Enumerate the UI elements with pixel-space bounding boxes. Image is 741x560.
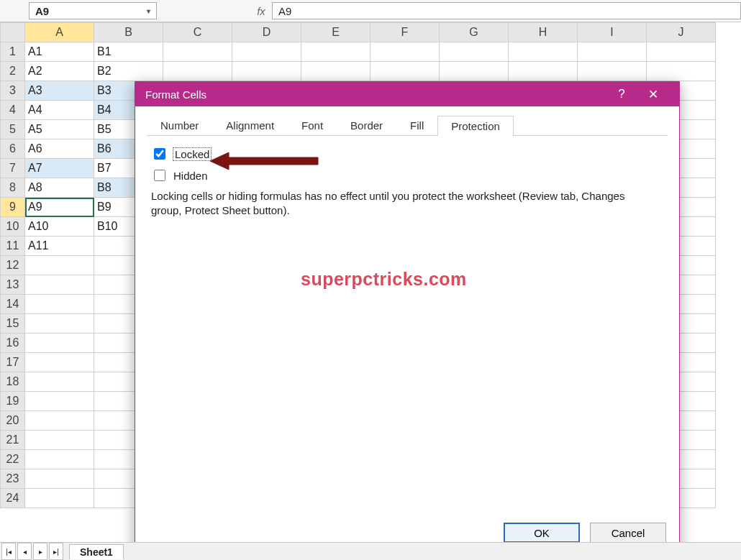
hidden-option[interactable]: Hidden (151, 167, 663, 183)
tab-fill[interactable]: Fill (396, 115, 437, 135)
cell[interactable]: B1 (94, 42, 163, 62)
cell[interactable] (232, 42, 301, 62)
cell[interactable] (440, 62, 509, 81)
sheet-nav-button[interactable]: ▸| (49, 543, 63, 560)
cell[interactable] (25, 256, 94, 275)
formula-input[interactable]: A9 (272, 2, 741, 19)
row-header[interactable]: 21 (1, 431, 25, 450)
cell[interactable] (163, 62, 232, 81)
cell[interactable]: A2 (25, 62, 94, 81)
cell[interactable] (370, 62, 440, 81)
cancel-button[interactable]: Cancel (590, 523, 666, 543)
cell[interactable]: A11 (25, 237, 94, 256)
row-header[interactable]: 5 (1, 120, 25, 139)
cell[interactable] (647, 42, 716, 62)
cell[interactable] (25, 314, 94, 334)
cell[interactable] (25, 450, 94, 469)
column-header-B[interactable]: B (94, 23, 163, 42)
tab-border[interactable]: Border (337, 115, 396, 135)
cell[interactable] (647, 62, 716, 81)
help-button[interactable]: ? (606, 82, 637, 106)
cell[interactable] (25, 275, 94, 295)
row-header[interactable]: 10 (1, 217, 25, 237)
locked-checkbox[interactable] (154, 148, 165, 160)
sheet-tab-active[interactable]: Sheet1 (69, 544, 124, 559)
tab-protection[interactable]: Protection (437, 116, 514, 136)
cell[interactable] (440, 42, 509, 62)
cell[interactable] (25, 431, 94, 450)
hidden-checkbox[interactable] (154, 170, 165, 181)
cell[interactable]: A3 (25, 81, 94, 101)
row-header[interactable]: 24 (1, 489, 25, 508)
row-header[interactable]: 9 (1, 198, 25, 217)
locked-option[interactable]: Locked (151, 146, 663, 162)
fx-icon[interactable]: fx (250, 5, 272, 17)
column-header-C[interactable]: C (163, 23, 232, 42)
row-header[interactable]: 19 (1, 392, 25, 411)
cell[interactable]: A8 (25, 178, 94, 198)
row-header[interactable]: 20 (1, 411, 25, 431)
row-header[interactable]: 18 (1, 372, 25, 392)
dropdown-icon[interactable]: ▾ (147, 7, 150, 15)
column-header-E[interactable]: E (301, 23, 370, 42)
cell[interactable] (509, 62, 578, 81)
cell[interactable] (163, 42, 232, 62)
cell[interactable]: A5 (25, 120, 94, 139)
row-header[interactable]: 11 (1, 237, 25, 256)
row-header[interactable]: 17 (1, 353, 25, 372)
column-header-F[interactable]: F (370, 23, 440, 42)
row-header[interactable]: 14 (1, 295, 25, 314)
cell[interactable] (25, 353, 94, 372)
row-header[interactable]: 13 (1, 275, 25, 295)
sheet-nav-button[interactable]: ▸ (33, 543, 47, 560)
row-header[interactable]: 2 (1, 62, 25, 81)
sheet-nav-button[interactable]: |◂ (1, 543, 16, 560)
cell[interactable] (25, 372, 94, 392)
close-button[interactable]: ✕ (637, 82, 669, 106)
cell[interactable] (25, 392, 94, 411)
cell[interactable] (301, 42, 370, 62)
row-header[interactable]: 23 (1, 469, 25, 489)
tab-number[interactable]: Number (147, 115, 212, 135)
row-header[interactable]: 22 (1, 450, 25, 469)
cell[interactable]: A4 (25, 101, 94, 120)
tab-font[interactable]: Font (288, 115, 337, 135)
cell[interactable] (25, 295, 94, 314)
cell[interactable] (509, 42, 578, 62)
row-header[interactable]: 15 (1, 314, 25, 334)
row-header[interactable]: 6 (1, 139, 25, 159)
column-header-D[interactable]: D (232, 23, 301, 42)
tab-alignment[interactable]: Alignment (212, 115, 288, 135)
sheet-nav-button[interactable]: ◂ (17, 543, 32, 560)
ok-button[interactable]: OK (504, 523, 580, 543)
cell[interactable]: B2 (94, 62, 163, 81)
row-header[interactable]: 7 (1, 159, 25, 178)
cell[interactable]: A10 (25, 217, 94, 237)
row-header[interactable]: 12 (1, 256, 25, 275)
cell[interactable]: A6 (25, 139, 94, 159)
dialog-titlebar[interactable]: Format Cells ? ✕ (135, 82, 679, 106)
row-header[interactable]: 1 (1, 42, 25, 62)
cell[interactable] (25, 411, 94, 431)
column-header-J[interactable]: J (647, 23, 716, 42)
column-header-A[interactable]: A (25, 23, 94, 42)
row-header[interactable]: 8 (1, 178, 25, 198)
cell[interactable] (25, 489, 94, 508)
cell[interactable] (232, 62, 301, 81)
cell[interactable]: A7 (25, 159, 94, 178)
cell[interactable]: A9 (25, 198, 94, 217)
column-header-G[interactable]: G (440, 23, 509, 42)
column-header-H[interactable]: H (509, 23, 578, 42)
name-box[interactable]: A9 ▾ (29, 2, 157, 19)
cell[interactable] (578, 42, 647, 62)
row-header[interactable]: 4 (1, 101, 25, 120)
cell[interactable] (301, 62, 370, 81)
cell[interactable] (25, 469, 94, 489)
row-header[interactable]: 16 (1, 334, 25, 353)
cell[interactable] (370, 42, 440, 62)
column-header-I[interactable]: I (578, 23, 647, 42)
cell[interactable] (25, 334, 94, 353)
cell[interactable] (578, 62, 647, 81)
cell[interactable]: A1 (25, 42, 94, 62)
row-header[interactable]: 3 (1, 81, 25, 101)
